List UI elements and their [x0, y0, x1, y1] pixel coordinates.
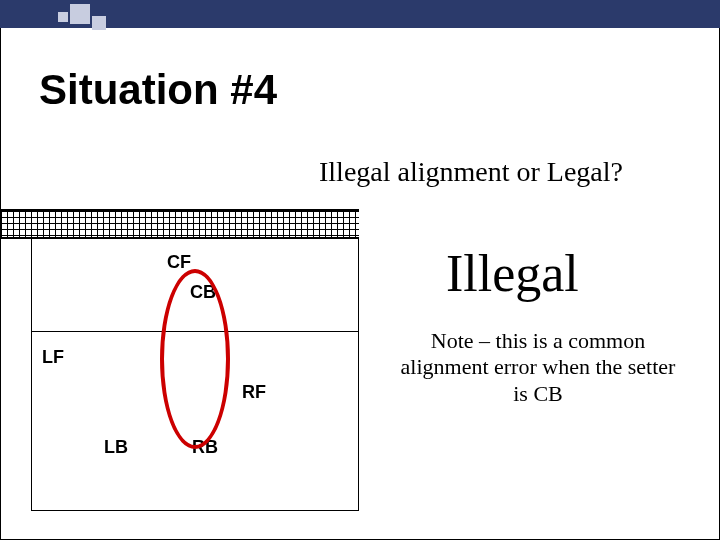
slide-top-border — [0, 0, 720, 28]
position-rf: RF — [242, 382, 266, 403]
volleyball-net — [1, 209, 359, 239]
decor-square-icon — [70, 4, 90, 24]
decor-square-icon — [58, 12, 68, 22]
volleyball-court: CF CB LF RF LB RB — [31, 239, 359, 511]
position-lf: LF — [42, 347, 64, 368]
note-text: Note – this is a common alignment error … — [394, 328, 682, 407]
slide-title: Situation #4 — [39, 66, 277, 114]
slide-content-frame: Situation #4 Illegal alignment or Legal?… — [0, 28, 720, 540]
verdict-text: Illegal — [446, 244, 579, 303]
decorative-squares — [58, 0, 106, 30]
position-lb: LB — [104, 437, 128, 458]
slide-subtitle: Illegal alignment or Legal? — [319, 156, 623, 188]
highlight-oval — [160, 269, 230, 449]
